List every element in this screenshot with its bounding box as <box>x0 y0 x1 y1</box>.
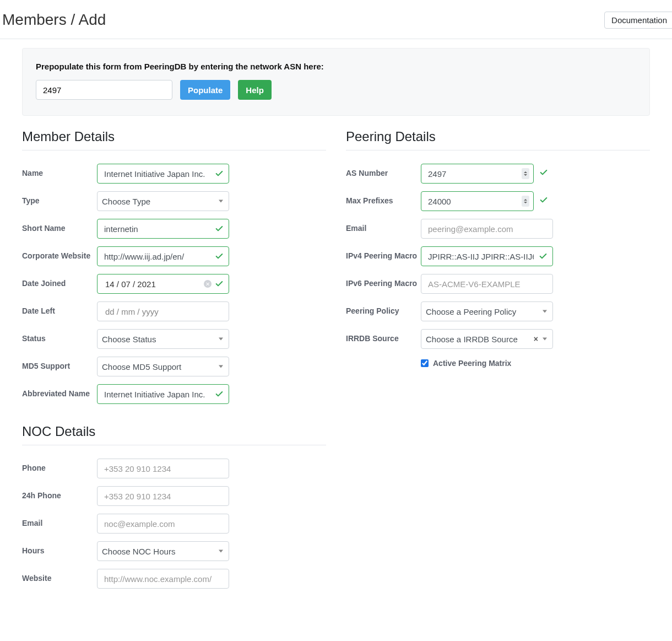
active-peering-matrix-checkbox[interactable] <box>421 359 429 367</box>
md5-support-label: MD5 Support <box>22 357 97 371</box>
peering-policy-select[interactable]: Choose a Peering Policy <box>421 301 553 321</box>
noc-24h-phone-input[interactable] <box>97 486 229 506</box>
ipv4-macro-label: IPv4 Peering Macro <box>346 246 421 261</box>
as-number-input[interactable] <box>421 164 534 184</box>
type-label: Type <box>22 191 97 206</box>
date-left-label: Date Left <box>22 301 97 316</box>
clear-date-icon[interactable]: ✕ <box>204 280 212 288</box>
clear-selection-icon[interactable]: × <box>534 335 538 343</box>
ipv6-macro-input[interactable] <box>421 274 553 294</box>
peering-policy-label: Peering Policy <box>346 301 421 316</box>
name-input[interactable] <box>97 164 229 184</box>
number-spinner-icon[interactable] <box>522 168 529 179</box>
shortname-label: Short Name <box>22 219 97 234</box>
noc-hours-label: Hours <box>22 541 97 556</box>
page-title: Members / Add <box>2 11 106 29</box>
prepopulate-panel: Prepopulate this form from PeeringDB by … <box>22 48 650 116</box>
corporate-website-input[interactable] <box>97 246 229 266</box>
irrdb-source-select[interactable]: Choose a IRRDB Source × <box>421 329 553 349</box>
noc-website-label: Website <box>22 569 97 584</box>
abbreviated-name-label: Abbreviated Name <box>22 384 97 399</box>
max-prefixes-input[interactable] <box>421 191 534 211</box>
noc-phone-label: Phone <box>22 459 97 473</box>
max-prefixes-label: Max Prefixes <box>346 191 421 206</box>
number-spinner-icon[interactable] <box>522 196 529 207</box>
prepopulate-label: Prepopulate this form from PeeringDB by … <box>36 62 636 71</box>
noc-email-input[interactable] <box>97 514 229 534</box>
ipv6-macro-label: IPv6 Peering Macro <box>346 274 421 289</box>
type-select[interactable]: Choose Type <box>97 191 229 211</box>
member-details-heading: Member Details <box>22 129 326 150</box>
noc-website-input[interactable] <box>97 569 229 589</box>
irrdb-source-label: IRRDB Source <box>346 329 421 344</box>
peering-email-label: Email <box>346 219 421 234</box>
name-label: Name <box>22 164 97 179</box>
noc-24h-phone-label: 24h Phone <box>22 486 97 501</box>
noc-hours-select[interactable]: Choose NOC Hours <box>97 541 229 561</box>
md5-support-select[interactable]: Choose MD5 Support <box>97 357 229 376</box>
noc-email-label: Email <box>22 514 97 529</box>
check-icon <box>539 196 548 207</box>
abbreviated-name-input[interactable] <box>97 384 229 404</box>
noc-details-heading: NOC Details <box>22 424 326 445</box>
check-icon <box>539 168 548 179</box>
peering-details-heading: Peering Details <box>346 129 650 150</box>
active-peering-matrix-label: Active Peering Matrix <box>433 359 511 368</box>
help-button[interactable]: Help <box>238 80 272 100</box>
shortname-input[interactable] <box>97 219 229 239</box>
asn-prepopulate-input[interactable] <box>36 80 172 100</box>
noc-phone-input[interactable] <box>97 459 229 478</box>
populate-button[interactable]: Populate <box>180 80 230 100</box>
status-label: Status <box>22 329 97 344</box>
date-left-input[interactable]: dd / mm / yyyy <box>97 301 229 321</box>
date-joined-label: Date Joined <box>22 274 97 289</box>
as-number-label: AS Number <box>346 164 421 179</box>
ipv4-macro-input[interactable] <box>421 246 553 266</box>
documentation-button[interactable]: Documentation <box>604 12 672 29</box>
status-select[interactable]: Choose Status <box>97 329 229 349</box>
peering-email-input[interactable] <box>421 219 553 239</box>
corporate-website-label: Corporate Website <box>22 246 97 261</box>
